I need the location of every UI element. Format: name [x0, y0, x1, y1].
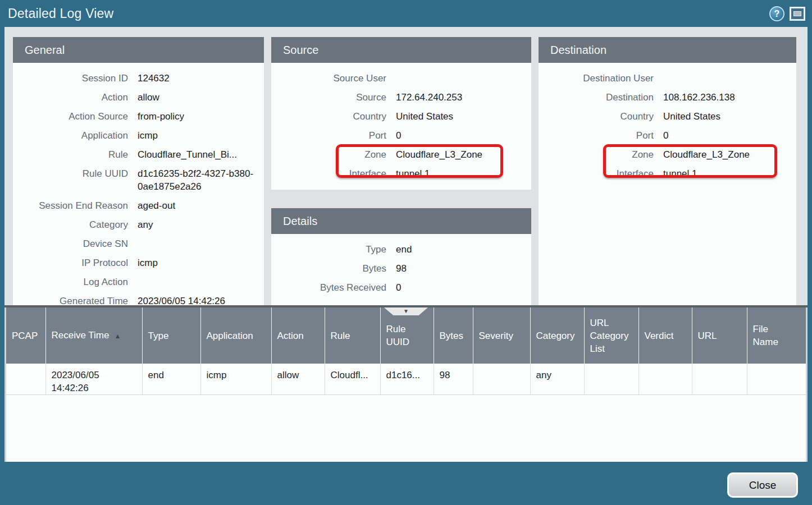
- field-value: Cloudflare_Tunnel_Bi...: [138, 148, 258, 161]
- column-header-application[interactable]: Application: [200, 307, 271, 364]
- column-label: Bytes: [440, 330, 464, 341]
- field-value: 108.162.236.138: [663, 91, 791, 104]
- column-label: Receive Time: [52, 330, 110, 341]
- cell-pcap: [6, 364, 45, 395]
- cell-bytes: 98: [434, 364, 473, 395]
- column-header-action[interactable]: Action: [271, 307, 325, 364]
- field-value: d1c16235-b2f2-4327-b380-0ae1875e2a26: [138, 167, 258, 193]
- destination-panel-title: Destination: [539, 37, 796, 63]
- column-header-category[interactable]: Category: [530, 307, 584, 364]
- field-label: Action: [13, 91, 128, 104]
- field-row-rule: RuleCloudflare_Tunnel_Bi...: [13, 148, 258, 161]
- column-header-severity[interactable]: Severity: [473, 307, 530, 364]
- details-panel: Details Typeend Bytes98 Bytes Received0: [271, 208, 531, 306]
- column-header-rule-uuid[interactable]: Rule UUID: [380, 307, 434, 364]
- field-value: allow: [138, 91, 258, 104]
- field-label: Rule: [13, 148, 128, 161]
- field-label: Application: [13, 129, 128, 142]
- column-header-bytes[interactable]: Bytes: [434, 307, 473, 364]
- field-label: Type: [271, 243, 386, 256]
- field-row-action: Actionallow: [13, 91, 258, 104]
- field-value: 2023/06/05 14:42:26: [138, 295, 258, 306]
- field-row-rule-uuid: Rule UUIDd1c16235-b2f2-4327-b380-0ae1875…: [13, 167, 258, 193]
- column-label: Application: [207, 330, 253, 341]
- column-header-receive-time[interactable]: Receive Time▲: [45, 307, 142, 364]
- field-value: 0: [396, 281, 526, 294]
- cell-application: icmp: [200, 364, 271, 395]
- field-row-port: Port0: [271, 129, 526, 142]
- log-table-wrap: PCAP Receive Time▲ Type Application Acti…: [6, 307, 806, 462]
- column-header-rule[interactable]: Rule: [325, 307, 380, 364]
- field-value: end: [396, 243, 526, 256]
- field-label: Port: [539, 129, 654, 142]
- field-label: Interface: [539, 167, 654, 180]
- field-value: 98: [396, 262, 526, 275]
- field-row-interface: Interfacetunnel.1: [271, 167, 526, 180]
- column-label: Rule: [331, 330, 350, 341]
- field-row-session-id: Session ID124632: [13, 72, 258, 85]
- field-row-destination: Destination108.162.236.138: [539, 91, 791, 104]
- field-row-application: Applicationicmp: [13, 129, 258, 142]
- field-value: tunnel.1: [663, 167, 791, 180]
- dialog-titlebar: Detailed Log View ?: [0, 0, 812, 27]
- field-label: Device SN: [13, 237, 128, 250]
- field-value: from-policy: [138, 110, 258, 123]
- field-row-port: Port0: [539, 129, 791, 142]
- column-header-type[interactable]: Type: [142, 307, 200, 364]
- dialog-title: Detailed Log View: [8, 0, 113, 27]
- field-label: Session ID: [13, 72, 128, 85]
- field-row-country: CountryUnited States: [271, 110, 526, 123]
- column-label: Rule UUID: [386, 324, 410, 347]
- window-restore-icon[interactable]: [790, 7, 805, 21]
- log-table-row[interactable]: 2023/06/05 14:42:26 end icmp allow Cloud…: [6, 364, 806, 395]
- column-label: Action: [277, 330, 304, 341]
- column-header-url-category-list[interactable]: URL Category List: [584, 307, 638, 364]
- field-label: Generated Time: [13, 295, 128, 306]
- column-header-verdict[interactable]: Verdict: [638, 307, 692, 364]
- field-value: [396, 72, 526, 85]
- help-icon[interactable]: ?: [769, 6, 784, 21]
- column-header-pcap[interactable]: PCAP: [6, 307, 45, 364]
- column-header-file-name[interactable]: File Name: [747, 307, 806, 364]
- field-value: tunnel.1: [396, 167, 526, 180]
- field-label: Source: [271, 91, 386, 104]
- field-label: Destination User: [539, 72, 654, 85]
- source-panel-body: Source User Source172.64.240.253 Country…: [271, 63, 531, 190]
- field-value: icmp: [138, 129, 258, 142]
- field-row-category: Categoryany: [13, 218, 258, 231]
- field-label: Log Action: [13, 276, 128, 288]
- source-panel: Source Source User Source172.64.240.253 …: [271, 37, 531, 190]
- destination-panel: Destination Destination User Destination…: [539, 37, 796, 306]
- field-value: 124632: [138, 72, 258, 85]
- cell-verdict: [638, 364, 692, 395]
- field-row-country: CountryUnited States: [539, 110, 791, 123]
- cell-rule-uuid: d1c16...: [380, 364, 434, 395]
- column-label: URL: [698, 330, 717, 341]
- cell-file-name: [747, 364, 806, 395]
- field-value: aged-out: [138, 199, 258, 212]
- field-row-destination-user: Destination User: [539, 72, 791, 85]
- log-table-section: ▼ PCAP Receive Time▲ Type Application Ac…: [4, 305, 808, 462]
- field-value: any: [138, 218, 258, 231]
- close-button[interactable]: Close: [727, 472, 798, 498]
- cell-url: [692, 364, 747, 395]
- field-value: Cloudflare_L3_Zone: [663, 148, 791, 161]
- field-value: icmp: [138, 256, 258, 269]
- field-row-zone: ZoneCloudflare_L3_Zone: [539, 148, 791, 161]
- column-label: Type: [148, 330, 169, 341]
- field-row-ip-protocol: IP Protocolicmp: [13, 256, 258, 269]
- cell-receive-time: 2023/06/05 14:42:26: [45, 364, 142, 395]
- column-header-url[interactable]: URL: [692, 307, 747, 364]
- source-panel-title: Source: [271, 37, 531, 63]
- field-label: Category: [13, 218, 128, 231]
- field-row-device-sn: Device SN: [13, 237, 258, 250]
- window-restore-inner: [793, 11, 801, 16]
- field-row-source-user: Source User: [271, 72, 526, 85]
- field-value: [138, 237, 258, 250]
- log-table: PCAP Receive Time▲ Type Application Acti…: [6, 307, 806, 395]
- column-label: URL Category List: [590, 318, 629, 354]
- field-row-bytes: Bytes98: [271, 262, 526, 275]
- cell-rule: Cloudfl...: [325, 364, 380, 395]
- cell-action: allow: [271, 364, 325, 395]
- field-label: Action Source: [13, 110, 128, 123]
